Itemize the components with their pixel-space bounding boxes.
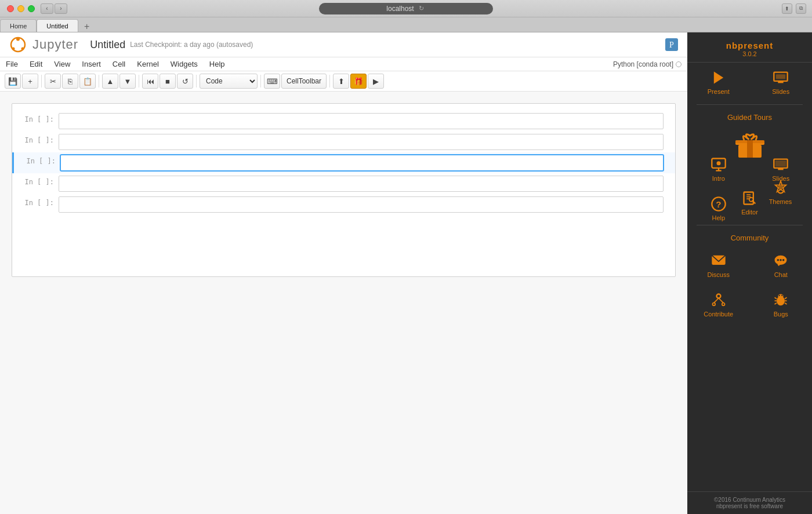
traffic-lights: [0, 5, 35, 12]
cell-input-1[interactable]: [59, 134, 664, 150]
tab-untitled[interactable]: Untitled: [37, 19, 78, 32]
menu-edit[interactable]: Edit: [24, 59, 48, 70]
paste-button[interactable]: 📋: [79, 74, 96, 89]
jupyter-logo-icon: [9, 36, 27, 53]
python-icon: P: [665, 38, 678, 51]
stop-button[interactable]: ■: [160, 74, 176, 89]
restart-button[interactable]: ↺: [177, 74, 193, 89]
notebook-header: Jupyter Untitled Last Checkpoint: a day …: [0, 32, 687, 57]
present-item[interactable]: Present: [687, 63, 750, 102]
keyboard-shortcuts-button[interactable]: ⌨: [264, 74, 280, 89]
maximize-button[interactable]: [28, 5, 35, 12]
present-label: Present: [708, 88, 730, 95]
menu-cell[interactable]: Cell: [107, 59, 131, 70]
themes-item[interactable]: Themes: [749, 173, 811, 212]
toolbar: 💾 + ✂ ⎘ 📋 ▲ ▼ ⏮ ■ ↺ Code Markdown Raw NB…: [0, 71, 687, 92]
minimize-button[interactable]: [17, 5, 24, 12]
svg-point-35: [780, 259, 782, 261]
cell-label-4: In [ ]:: [12, 196, 59, 213]
cell-row-4: In [ ]:: [12, 194, 675, 215]
sep2: [99, 75, 99, 88]
menu-widgets[interactable]: Widgets: [165, 59, 204, 70]
cell-input-0[interactable]: [59, 113, 664, 129]
nbpresent-title: nbpresent: [726, 41, 774, 50]
svg-point-49: [778, 294, 784, 298]
cell-input-4[interactable]: [59, 196, 664, 213]
tab-home[interactable]: Home: [0, 19, 37, 32]
new-tab-button[interactable]: +: [81, 21, 93, 32]
bugs-item[interactable]: Bugs: [750, 285, 813, 325]
window-button[interactable]: ⧉: [796, 3, 806, 14]
notebook-title[interactable]: Untitled: [90, 39, 125, 51]
themes-icon: [773, 180, 789, 196]
cell-input-2[interactable]: [60, 155, 664, 171]
upload-button[interactable]: ⬆: [333, 74, 349, 89]
slides-guided-icon: [773, 156, 789, 173]
contribute-item[interactable]: Contribute: [687, 285, 750, 325]
back-button[interactable]: ‹: [41, 3, 53, 14]
community-section: Community Discuss: [687, 228, 812, 325]
celltoolbar-button[interactable]: CellToolbar: [281, 74, 327, 89]
cell-input-3[interactable]: [59, 176, 664, 192]
svg-line-40: [714, 298, 719, 303]
discuss-item[interactable]: Discuss: [687, 246, 750, 285]
chat-item[interactable]: Chat: [750, 246, 813, 285]
add-cell-button[interactable]: +: [22, 74, 38, 89]
jupyter-logo: [9, 36, 27, 53]
menu-file[interactable]: File: [0, 59, 24, 70]
svg-point-38: [712, 303, 715, 306]
sidebar: nbpresent 3.0.2 Present Slides: [687, 32, 812, 514]
move-down-button[interactable]: ▼: [119, 74, 136, 89]
close-button[interactable]: [7, 5, 14, 12]
cell-label-3: In [ ]:: [12, 176, 59, 192]
menu-kernel[interactable]: Kernel: [131, 59, 165, 70]
present-button[interactable]: ▶: [368, 74, 384, 89]
kernel-info: Python [conda root]: [613, 60, 687, 68]
notebook-content: In [ ]: In [ ]: In [ ]: In [ ]: In [ ]:: [0, 92, 687, 514]
address-bar[interactable]: localhost ↻: [319, 3, 493, 14]
svg-point-1: [16, 38, 20, 41]
forward-button[interactable]: ›: [55, 3, 67, 14]
svg-point-2: [12, 48, 15, 50]
skip-to-top-button[interactable]: ⏮: [142, 74, 158, 89]
contribute-icon: [710, 292, 727, 308]
url-text: localhost: [386, 5, 414, 13]
nbpresent-active-button[interactable]: 🎁: [350, 74, 367, 89]
contribute-label: Contribute: [704, 311, 733, 318]
svg-line-41: [719, 298, 723, 303]
themes-column: Themes: [749, 173, 811, 212]
intro-icon: [710, 156, 727, 173]
checkpoint-text: Last Checkpoint: a day ago (autosaved): [130, 41, 253, 49]
divider-1: [697, 104, 803, 105]
sidebar-footer: ©2016 Continuum Analytics nbpresent is f…: [687, 491, 812, 514]
svg-point-37: [716, 294, 720, 298]
guided-tours-title: Guided Tours: [687, 107, 812, 125]
refresh-button[interactable]: ↻: [418, 5, 426, 13]
present-slides-grid: Present Slides: [687, 63, 812, 102]
menu-view[interactable]: View: [48, 59, 76, 70]
save-button[interactable]: 💾: [5, 74, 21, 89]
copy-button[interactable]: ⎘: [62, 74, 78, 89]
chat-label: Chat: [774, 271, 788, 278]
cell-row-1: In [ ]:: [12, 132, 675, 152]
kernel-text: Python [conda root]: [613, 60, 673, 68]
svg-marker-6: [714, 72, 723, 84]
cell-type-select[interactable]: Code Markdown Raw NBConvert: [200, 74, 258, 89]
slides-item[interactable]: Slides: [750, 63, 813, 102]
menu-bar: File Edit View Insert Cell Kernel Widget…: [0, 57, 687, 71]
share-button[interactable]: ⬆: [782, 3, 792, 14]
jupyter-text: Jupyter: [32, 37, 78, 52]
menu-insert[interactable]: Insert: [76, 59, 107, 70]
move-up-button[interactable]: ▲: [102, 74, 118, 89]
svg-point-18: [716, 161, 720, 165]
cut-button[interactable]: ✂: [45, 74, 61, 89]
svg-point-50: [779, 295, 780, 296]
svg-rect-20: [775, 161, 786, 167]
cells-wrapper: In [ ]: In [ ]: In [ ]: In [ ]: In [ ]:: [12, 103, 676, 277]
menu-help[interactable]: Help: [204, 59, 231, 70]
present-icon: [710, 70, 727, 86]
nav-buttons: ‹ ›: [41, 3, 67, 14]
python-badge: P: [665, 38, 678, 51]
discuss-label: Discuss: [707, 271, 730, 278]
footer-line2: nbpresent is free software: [692, 503, 807, 509]
